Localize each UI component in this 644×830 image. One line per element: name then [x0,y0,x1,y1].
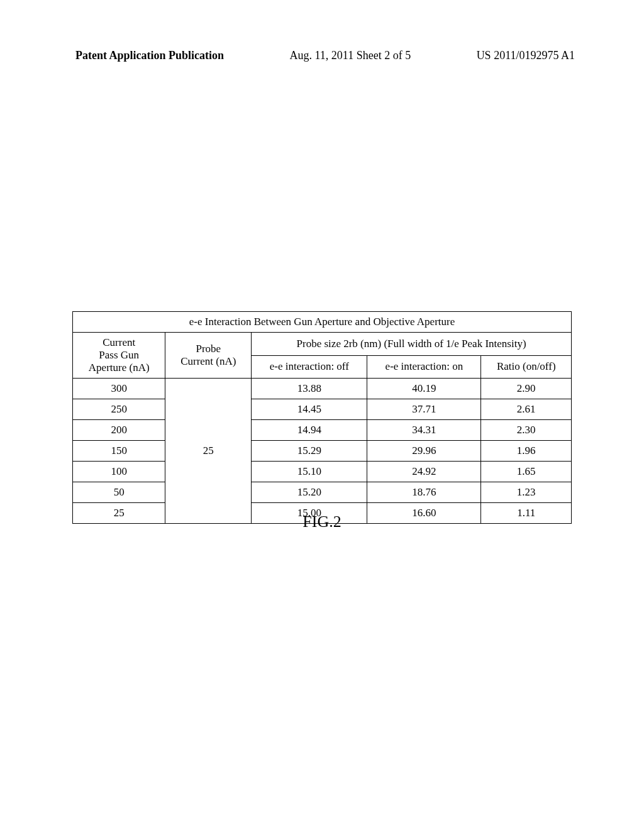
table-row: 250 14.45 37.71 2.61 [73,399,572,420]
table-title: e-e Interaction Between Gun Aperture and… [73,312,572,333]
cell-off: 14.45 [252,399,367,420]
col1-header-line2: Pass Gun [99,349,139,361]
data-table: e-e Interaction Between Gun Aperture and… [72,311,572,524]
page-header: Patent Application Publication Aug. 11, … [0,49,644,62]
cell-off: 14.94 [252,420,367,441]
cell-off: 15.29 [252,441,367,462]
col3-sub1: e-e interaction: off [252,355,367,379]
table-row: 50 15.20 18.76 1.23 [73,482,572,503]
col1-header: Current Pass Gun Aperture (nA) [73,333,165,379]
cell-ratio: 2.30 [481,420,572,441]
cell-current: 50 [73,482,165,503]
col1-header-line1: Current [103,336,135,348]
cell-current: 300 [73,379,165,399]
cell-on: 24.92 [367,462,481,482]
cell-probe-current: 25 [165,379,252,524]
cell-on: 29.96 [367,441,481,462]
col3-sub2: e-e interaction: on [367,355,481,379]
table-row: 100 15.10 24.92 1.65 [73,462,572,482]
cell-on: 18.76 [367,482,481,503]
cell-current: 150 [73,441,165,462]
cell-off: 15.10 [252,462,367,482]
table-row: 200 14.94 34.31 2.30 [73,420,572,441]
cell-on: 40.19 [367,379,481,399]
table-row: 150 15.29 29.96 1.96 [73,441,572,462]
header-center: Aug. 11, 2011 Sheet 2 of 5 [290,49,411,62]
cell-ratio: 1.23 [481,482,572,503]
col2-header-line2: Current (nA) [180,355,236,367]
table-header-row-1: Current Pass Gun Aperture (nA) Probe Cur… [73,333,572,356]
cell-ratio: 2.61 [481,399,572,420]
col3-sub3: Ratio (on/off) [481,355,572,379]
col3-group-header: Probe size 2rb (nm) (Full width of 1/e P… [252,333,572,356]
cell-current: 200 [73,420,165,441]
cell-ratio: 2.90 [481,379,572,399]
table-title-row: e-e Interaction Between Gun Aperture and… [73,312,572,333]
cell-current: 100 [73,462,165,482]
cell-on: 37.71 [367,399,481,420]
data-table-container: e-e Interaction Between Gun Aperture and… [72,311,572,524]
table-row: 300 25 13.88 40.19 2.90 [73,379,572,399]
cell-ratio: 1.96 [481,441,572,462]
figure-label: FIG.2 [0,512,644,531]
cell-on: 34.31 [367,420,481,441]
col1-header-line3: Aperture (nA) [89,362,150,374]
col2-header-line1: Probe [196,343,221,355]
cell-current: 250 [73,399,165,420]
cell-ratio: 1.65 [481,462,572,482]
cell-off: 13.88 [252,379,367,399]
col2-header: Probe Current (nA) [165,333,252,379]
header-left: Patent Application Publication [75,49,224,62]
cell-off: 15.20 [252,482,367,503]
header-right: US 2011/0192975 A1 [477,49,575,62]
